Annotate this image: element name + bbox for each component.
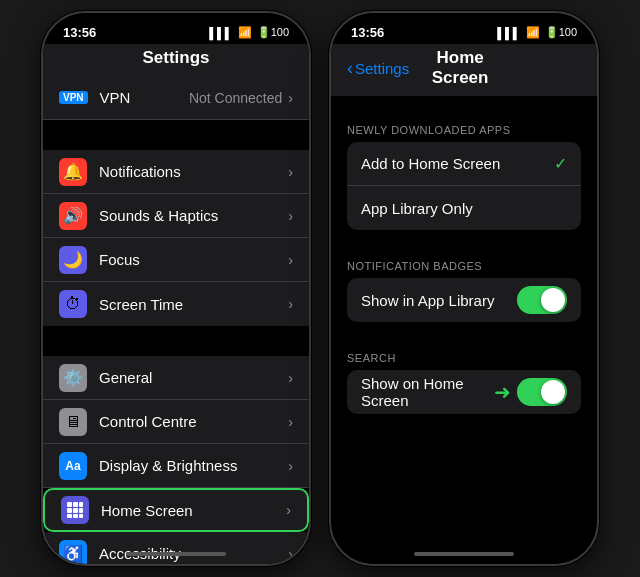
vpn-chevron: › <box>288 90 293 106</box>
list-item[interactable]: 🖥 Control Centre › <box>43 400 309 444</box>
status-bar-right: 13:56 ▌▌▌ 📶 🔋100 <box>331 13 597 44</box>
signal-icon: ▌▌▌ <box>209 27 232 39</box>
checkmark-icon: ✓ <box>554 154 567 173</box>
chevron-icon: › <box>288 252 293 268</box>
accessibility-icon: ♿ <box>59 540 87 565</box>
gap-3 <box>331 324 597 342</box>
show-on-homescreen-row[interactable]: Show on Home Screen ➜ <box>347 370 581 414</box>
chevron-icon: › <box>288 546 293 562</box>
toggle-knob-search <box>541 380 565 404</box>
notifications-label: Notifications <box>99 163 288 180</box>
search-group: Show on Home Screen ➜ <box>347 370 581 414</box>
controlcentre-label: Control Centre <box>99 413 288 430</box>
svg-rect-3 <box>67 508 72 513</box>
sounds-label: Sounds & Haptics <box>99 207 288 224</box>
battery-icon-right: 🔋100 <box>545 26 577 39</box>
phone-settings: 13:56 ▌▌▌ 📶 🔋100 Settings VPN VPN <box>41 11 311 566</box>
add-to-homescreen-row[interactable]: Add to Home Screen ✓ <box>347 142 581 186</box>
list-item[interactable]: ⏱ Screen Time › <box>43 282 309 326</box>
back-chevron-icon: ‹ <box>347 59 353 77</box>
chevron-icon: › <box>288 296 293 312</box>
status-icons-right: ▌▌▌ 📶 🔋100 <box>497 26 577 39</box>
signal-icon-right: ▌▌▌ <box>497 27 520 39</box>
section-header-notification: NOTIFICATION BADGES <box>331 250 597 278</box>
svg-rect-0 <box>67 502 72 507</box>
homescreen-nav-title: Home Screen <box>409 48 511 88</box>
status-time-right: 13:56 <box>351 25 384 40</box>
vpn-group: VPN VPN Not Connected › <box>43 76 309 120</box>
list-item[interactable]: 🔊 Sounds & Haptics › <box>43 194 309 238</box>
svg-rect-6 <box>67 514 72 518</box>
group1: 🔔 Notifications › 🔊 Sounds & Haptics › 🌙… <box>43 150 309 326</box>
vpn-value: Not Connected <box>189 90 282 106</box>
list-item[interactable]: ♿ Accessibility › <box>43 532 309 564</box>
screentime-label: Screen Time <box>99 296 288 313</box>
home-indicator-left <box>126 552 226 556</box>
screentime-icon: ⏱ <box>59 290 87 318</box>
show-homescreen-label: Show on Home Screen <box>361 375 494 409</box>
status-time-left: 13:56 <box>63 25 96 40</box>
list-item[interactable]: Aa Display & Brightness › <box>43 444 309 488</box>
home-indicator-right <box>414 552 514 556</box>
notification-badges-group: Show in App Library <box>347 278 581 322</box>
homescreen-row[interactable]: Home Screen › <box>43 488 309 532</box>
phone-homescreen-detail: 13:56 ▌▌▌ 📶 🔋100 ‹ Settings Home Screen <box>329 11 599 566</box>
show-in-app-library-toggle[interactable] <box>517 286 567 314</box>
gap-2 <box>331 232 597 250</box>
svg-rect-2 <box>79 502 83 507</box>
chevron-icon: › <box>288 370 293 386</box>
focus-icon: 🌙 <box>59 246 87 274</box>
chevron-icon: › <box>288 208 293 224</box>
section-title-newly: NEWLY DOWNLOADED APPS <box>347 124 511 136</box>
svg-rect-8 <box>79 514 83 518</box>
notifications-icon: 🔔 <box>59 158 87 186</box>
chevron-icon: › <box>288 164 293 180</box>
section-title-search: SEARCH <box>347 352 396 364</box>
general-label: General <box>99 369 288 386</box>
section-header-newly-downloaded: NEWLY DOWNLOADED APPS <box>331 114 597 142</box>
homescreen-label: Home Screen <box>101 502 286 519</box>
wifi-icon-right: 📶 <box>526 26 540 39</box>
list-item[interactable]: 🔔 Notifications › <box>43 150 309 194</box>
back-button[interactable]: ‹ Settings <box>347 59 409 77</box>
wifi-icon: 📶 <box>238 26 252 39</box>
controlcentre-icon: 🖥 <box>59 408 87 436</box>
arrow-annotation-icon: ➜ <box>494 380 511 404</box>
status-bar-left: 13:56 ▌▌▌ 📶 🔋100 <box>43 13 309 44</box>
gap-1 <box>43 122 309 150</box>
general-icon: ⚙️ <box>59 364 87 392</box>
section-header-search: SEARCH <box>331 342 597 370</box>
display-label: Display & Brightness <box>99 457 288 474</box>
homescreen-detail-content: NEWLY DOWNLOADED APPS Add to Home Screen… <box>331 96 597 564</box>
list-item[interactable]: ⚙️ General › <box>43 356 309 400</box>
settings-list: VPN VPN Not Connected › 🔔 Notifications … <box>43 76 309 564</box>
app-library-only-label: App Library Only <box>361 200 567 217</box>
list-item[interactable]: 🌙 Focus › <box>43 238 309 282</box>
gap-2 <box>43 328 309 356</box>
show-in-app-library-row[interactable]: Show in App Library <box>347 278 581 322</box>
chevron-icon: › <box>288 458 293 474</box>
settings-nav-title: Settings <box>59 48 293 68</box>
homescreen-icon <box>61 496 89 524</box>
group2: ⚙️ General › 🖥 Control Centre › Aa Displ… <box>43 356 309 564</box>
nav-bar-right: ‹ Settings Home Screen <box>331 44 597 96</box>
vpn-label: VPN <box>100 89 189 106</box>
sounds-icon: 🔊 <box>59 202 87 230</box>
svg-rect-5 <box>79 508 83 513</box>
focus-label: Focus <box>99 251 288 268</box>
svg-rect-1 <box>73 502 78 507</box>
back-label: Settings <box>355 60 409 77</box>
add-to-homescreen-label: Add to Home Screen <box>361 155 554 172</box>
vpn-row[interactable]: VPN VPN Not Connected › <box>43 76 309 120</box>
battery-icon: 🔋100 <box>257 26 289 39</box>
display-icon: Aa <box>59 452 87 480</box>
chevron-icon: › <box>288 414 293 430</box>
status-icons-left: ▌▌▌ 📶 🔋100 <box>209 26 289 39</box>
chevron-icon: › <box>286 502 291 518</box>
show-on-homescreen-toggle[interactable] <box>517 378 567 406</box>
app-library-only-row[interactable]: App Library Only <box>347 186 581 230</box>
newly-downloaded-group: Add to Home Screen ✓ App Library Only <box>347 142 581 230</box>
svg-rect-4 <box>73 508 78 513</box>
svg-rect-7 <box>73 514 78 518</box>
gap-top <box>331 96 597 114</box>
